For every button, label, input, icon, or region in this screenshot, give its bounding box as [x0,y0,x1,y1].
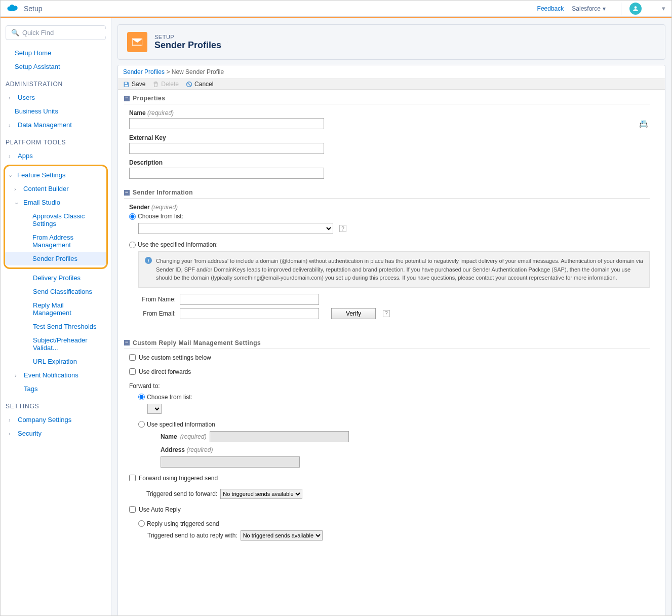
radio-fwd-specified[interactable] [138,421,145,428]
description-label: Description [129,159,650,166]
external-key-input[interactable] [129,143,324,154]
fwd-address-label: Address [161,446,185,453]
divider [621,3,621,15]
collapse-icon [124,190,130,196]
cb-forward-triggered[interactable] [129,475,136,481]
quick-find-input[interactable] [22,29,107,36]
triggered-reply-select[interactable]: No triggered sends available [241,530,323,541]
sidebar-item-data-management[interactable]: ›Data Management [6,118,106,132]
radio-fwd-choose[interactable] [138,394,145,400]
name-input[interactable] [129,118,324,129]
description-input[interactable] [129,168,324,179]
from-name-label: From Name: [139,296,176,303]
sidebar-item-business-units[interactable]: Business Units [6,104,106,118]
sidebar-item-sender-profiles[interactable]: Sender Profiles [5,252,106,265]
chevron-right-icon: › [9,95,15,101]
chevron-right-icon: › [9,417,15,423]
org-switcher[interactable]: Salesforce ▾ [572,5,606,12]
org-name: Salesforce [572,5,601,12]
quick-find[interactable]: 🔍 [6,25,106,40]
chevron-down-icon: ⌄ [14,199,20,206]
svg-rect-2 [125,85,128,86]
email-icon [127,32,147,52]
chevron-right-icon: › [14,186,20,192]
save-button[interactable]: Save [123,81,145,88]
cancel-button[interactable]: Cancel [186,81,213,88]
sidebar-item-url-expiration[interactable]: URL Expiration [6,355,106,368]
sender-choose-radio-row: Choose from list: [129,213,650,220]
fwd-name-label: Name [161,433,177,440]
cb-use-auto-reply[interactable] [129,506,136,513]
fwd-select[interactable] [147,404,162,414]
action-bar: Save Delete Cancel [118,79,665,90]
sidebar-item-security[interactable]: ›Security [6,427,106,440]
save-icon [123,81,130,88]
chevron-right-icon: › [9,153,15,159]
cb-use-direct-forwards[interactable] [129,368,136,375]
sidebar-item-reply-mail[interactable]: Reply Mail Management [6,298,106,320]
sidebar-item-apps[interactable]: ›Apps [6,149,106,163]
user-avatar[interactable] [629,3,642,15]
main-panel: Sender Profiles > New Sender Profile Sav… [117,65,665,615]
sidebar-item-from-address[interactable]: From Address Management [5,230,106,252]
form-scroll-area[interactable]: Properties Name (required) 📇 External Ke… [118,90,665,615]
from-email-label: From Email: [139,310,176,317]
sidebar-item-tags[interactable]: Tags [6,382,106,396]
sidebar: 🔍 Setup Home Setup Assistant ADMINISTRAT… [1,18,111,615]
page-title: Sender Profiles [154,40,221,51]
radio-choose-from-list[interactable] [129,213,136,220]
help-icon[interactable]: ? [339,225,346,232]
name-label: Name (required) [129,109,650,117]
section-properties[interactable]: Properties [124,90,650,104]
sidebar-item-feature-settings[interactable]: ⌄Feature Settings [5,168,106,182]
caret-down-icon: ▾ [603,5,606,12]
verify-button[interactable]: Verify [331,308,376,319]
breadcrumb-parent[interactable]: Sender Profiles [123,68,165,75]
use-specified-label: Use the specified information: [138,241,218,248]
use-direct-forwards-label: Use direct forwards [139,368,191,375]
feedback-link[interactable]: Feedback [537,5,564,12]
from-name-input[interactable] [180,294,319,305]
choose-from-list-label: Choose from list: [138,213,183,220]
sidebar-item-content-builder[interactable]: ›Content Builder [5,182,106,196]
svg-rect-1 [125,82,127,84]
salesforce-cloud-icon [7,4,20,13]
user-menu-caret[interactable]: ▾ [662,5,665,12]
sidebar-item-subject-preheader[interactable]: Subject/Preheader Validat... [6,333,106,355]
info-callout: i Changing your 'from address' to includ… [138,251,650,288]
nav-section-settings: SETTINGS [6,396,106,413]
sidebar-item-approvals[interactable]: Approvals Classic Settings [5,209,106,230]
external-key-label: External Key [129,134,650,141]
nav-section-platform: PLATFORM TOOLS [6,132,106,149]
sidebar-item-users[interactable]: ›Users [6,91,106,104]
sidebar-item-event-notifications[interactable]: ›Event Notifications [6,368,106,382]
help-icon[interactable]: ? [383,310,390,317]
sidebar-item-delivery-profiles[interactable]: Delivery Profiles [6,271,106,285]
triggered-fwd-select[interactable]: No triggered sends available [220,489,302,499]
chevron-right-icon: › [9,431,15,437]
sidebar-item-email-studio[interactable]: ⌄Email Studio [5,196,106,209]
radio-reply-triggered[interactable] [138,520,145,527]
cb-use-custom-settings[interactable] [129,354,136,361]
nav-section-admin: ADMINISTRATION [6,73,106,91]
sidebar-item-test-send[interactable]: Test Send Thresholds [6,320,106,333]
fwd-choose-label: Choose from list: [147,394,192,401]
notebook-icon[interactable]: 📇 [639,120,648,128]
from-email-input[interactable] [180,308,319,319]
sidebar-item-company-settings[interactable]: ›Company Settings [6,413,106,427]
content-area: SETUP Sender Profiles Sender Profiles > … [111,18,671,615]
cancel-icon [186,81,192,88]
chevron-right-icon: › [9,122,15,128]
sender-select[interactable] [138,223,333,234]
section-custom-reply[interactable]: Custom Reply Mail Management Settings [124,334,650,349]
fwd-name-input [210,431,349,442]
collapse-icon [124,96,130,101]
sidebar-item-setup-assistant[interactable]: Setup Assistant [6,60,106,73]
section-sender-info[interactable]: Sender Information [124,184,650,199]
breadcrumb: Sender Profiles > New Sender Profile [118,65,665,79]
chevron-right-icon: › [15,372,21,378]
radio-use-specified[interactable] [129,242,136,248]
sidebar-item-setup-home[interactable]: Setup Home [6,46,106,60]
sidebar-item-send-classifications[interactable]: Send Classifications [6,285,106,298]
delete-button: Delete [152,81,179,88]
